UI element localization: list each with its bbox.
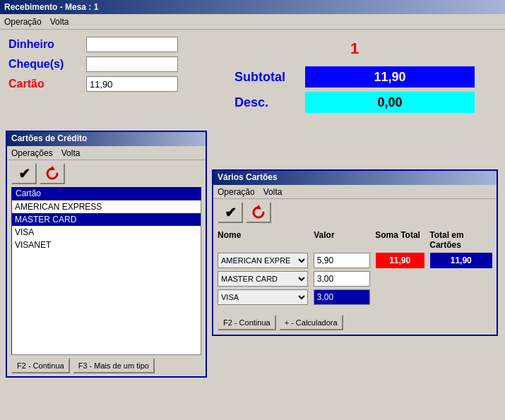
varios-continua-button[interactable]: F2 - Continua [218,315,276,330]
desc-value: 0,00 [305,92,475,113]
cartoes-title-bar: Cartões de Crédito [7,132,206,146]
window-title: Recebimento - Mesa : 1 [4,2,98,12]
summary-number: 1 [234,37,475,61]
varios-content: Nome Valor Soma Total Total em Cartões A… [213,226,497,312]
card-item-visa[interactable]: VISA [12,226,201,239]
card-item-amex[interactable]: AMERICAN EXPRESS [12,200,201,213]
soma-box-3 [376,289,424,305]
varios-menu-operacao[interactable]: Operação [218,187,255,197]
card-select-3[interactable]: AMERICAN EXPRE MASTER CARD VISA VISANET [218,289,308,305]
varios-title-bar: Vários Cartões [213,171,497,185]
cartao-row: Cartão [8,76,227,92]
cartoes-confirm-button[interactable]: ✔ [11,163,37,184]
varios-footer: F2 - Continua + - Calculadora [213,312,497,335]
varios-calculadora-button[interactable]: + - Calculadora [279,315,343,330]
total-box-1: 11,90 [430,253,492,268]
desc-row: Desc. 0,00 [234,92,475,113]
card-item-mastercard[interactable]: MASTER CARD [12,213,201,226]
soma-box-1: 11,90 [376,253,424,268]
dinheiro-input[interactable] [86,37,178,52]
total-box-2 [430,271,492,287]
col-total-header: Total em Cartões [429,230,492,250]
cheque-row: Cheque(s) [8,56,227,72]
undo-icon [44,166,60,181]
cartoes-footer: F2 - Continua F3 - Mais de um tipo [11,358,155,373]
cartoes-mais-button[interactable]: F3 - Mais de um tipo [73,358,155,373]
col-nome-header: Nome [218,230,308,250]
varios-header: Nome Valor Soma Total Total em Cartões [218,230,492,250]
cartao-label: Cartão [8,78,86,90]
desc-label: Desc. [234,95,305,110]
cartao-input[interactable] [86,76,178,92]
card-select-1[interactable]: AMERICAN EXPRE MASTER CARD VISA VISANET [218,253,308,268]
varios-row-3: AMERICAN EXPRE MASTER CARD VISA VISANET [218,289,492,305]
menu-bar: Operação Volta [0,14,505,30]
cheque-label: Cheque(s) [8,58,86,71]
card-item-visanet[interactable]: VISANET [12,239,201,251]
valor-input-1[interactable] [314,253,370,268]
varios-toolbar: ✔ [213,199,497,226]
cartoes-toolbar: ✔ [7,160,206,187]
varios-modal: Vários Cartões Operação Volta ✔ Nome Val… [212,169,498,336]
subtotal-row: Subtotal 11,90 [234,66,475,88]
cartoes-menu-volta[interactable]: Volta [61,148,81,158]
card-list[interactable]: AMERICAN EXPRESS MASTER CARD VISA VISANE… [11,200,201,355]
col-soma-header: Soma Total [375,230,424,250]
dinheiro-row: Dinheiro [8,37,227,52]
title-bar: Recebimento - Mesa : 1 [0,0,505,14]
right-panel: 1 Subtotal 11,90 Desc. 0,00 [234,37,475,117]
varios-confirm-button[interactable]: ✔ [218,202,243,223]
valor-input-3[interactable] [314,289,370,305]
varios-menu-volta[interactable]: Volta [263,187,283,197]
soma-box-2 [376,271,424,287]
main-content: Dinheiro Cheque(s) Cartão 1 Subtotal 11,… [0,30,505,124]
card-select-2[interactable]: AMERICAN EXPRE MASTER CARD VISA VISANET [218,271,308,287]
menu-operacao[interactable]: Operação [4,17,42,27]
cartoes-menu-operacoes[interactable]: Operações [11,148,53,158]
varios-title: Vários Cartões [218,172,278,182]
valor-input-2[interactable] [314,271,370,287]
varios-menu-bar: Operação Volta [213,185,497,199]
menu-volta[interactable]: Volta [50,17,69,27]
dinheiro-label: Dinheiro [8,38,86,51]
varios-row-2: AMERICAN EXPRE MASTER CARD VISA VISANET [218,271,492,287]
cartoes-undo-button[interactable] [40,163,65,184]
cheque-input[interactable] [86,56,178,72]
subtotal-label: Subtotal [234,70,305,85]
subtotal-value: 11,90 [305,66,475,88]
cartoes-menu-bar: Operações Volta [7,146,206,160]
varios-row-1: AMERICAN EXPRE MASTER CARD VISA VISANET … [218,253,492,268]
left-panel: Dinheiro Cheque(s) Cartão [8,37,227,117]
cartoes-title: Cartões de Crédito [11,133,87,143]
varios-undo-icon [251,205,266,220]
card-list-header: Cartão [11,187,201,200]
cartoes-modal: Cartões de Crédito Operações Volta ✔ Car… [6,131,207,378]
total-box-3 [430,289,492,305]
cartoes-continua-button[interactable]: F2 - Continua [11,358,70,373]
col-valor-header: Valor [314,230,369,250]
varios-undo-button[interactable] [246,202,271,223]
